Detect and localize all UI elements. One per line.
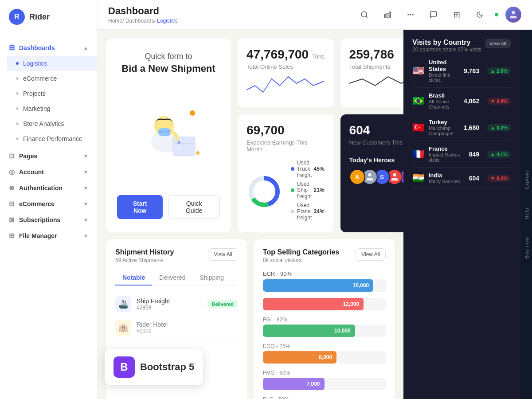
shipment-view-all-button[interactable]: View All	[208, 248, 238, 261]
cat-ecr-bar-bg: 15,000	[263, 279, 386, 292]
dark-mode-toggle[interactable]	[472, 7, 488, 23]
earnings-value: 69,700	[246, 123, 325, 137]
shipments-sparkline	[349, 70, 403, 97]
settings-icon[interactable]	[403, 7, 419, 23]
filemanager-label: File Manager	[19, 232, 57, 239]
shipment-status-badge: Delivered	[207, 300, 238, 308]
total-sales-value: 47,769,700	[246, 47, 309, 62]
nav-section-header-subscriptions[interactable]: ⊠ Subscriptions ▼	[0, 212, 97, 228]
logistics-label: Logistics	[23, 60, 47, 67]
breadcrumb-dashboards[interactable]: Dashboards/	[125, 18, 156, 24]
nav-section-header-filemanager[interactable]: ⊞ File Manager ▼	[0, 228, 97, 244]
sidebar-item-ecommerce[interactable]: eCommerce	[7, 71, 97, 86]
ship-dot	[291, 188, 294, 192]
sales-header: 47,769,700 Tons	[246, 47, 325, 62]
tab-notable[interactable]: Notable	[115, 270, 152, 286]
svg-point-0	[361, 12, 367, 17]
cat-item-plg: 7,000	[263, 378, 386, 390]
nav-dot	[16, 137, 19, 140]
categories-view-all-button[interactable]: View All	[356, 248, 386, 261]
quick-guide-button[interactable]: Quick Guide	[168, 195, 220, 219]
notifications-icon[interactable]	[426, 7, 442, 23]
filemanager-icon: ⊞	[9, 232, 15, 240]
hero-text: Quick form to Bid a New Shipment	[121, 52, 215, 74]
buy-now-label[interactable]: Buy now	[524, 228, 529, 267]
bootstrap-icon: B	[113, 356, 135, 378]
breadcrumb-home[interactable]: Home/	[108, 18, 124, 24]
user-avatar[interactable]	[505, 7, 521, 23]
svg-line-1	[366, 16, 367, 17]
cat-plg-bar-bg: 7,000	[263, 378, 386, 390]
brasil-change: ▼ 0.4%	[487, 98, 511, 105]
svg-point-8	[512, 11, 515, 14]
total-shipments-label: Total Shipments	[349, 63, 403, 70]
visits-panel: Explore Help Buy now Visits by Country 2…	[403, 30, 532, 399]
india-change: ▼ 8.3%	[487, 175, 511, 182]
chart-icon[interactable]	[379, 7, 395, 23]
categories-card: Top Selling Categories 8k social visitor…	[254, 239, 395, 399]
categories-card-header: Top Selling Categories 8k social visitor…	[263, 248, 386, 263]
ship-freight-legend: Used Ship freight 21%	[291, 181, 325, 200]
sidebar-item-store-analytics[interactable]: Store Analytics	[7, 116, 97, 131]
country-usa: 🇺🇸 United States Direct link clicks 9,76…	[412, 55, 511, 88]
truck-pct: 45%	[314, 166, 325, 172]
nav-section-header-authentication[interactable]: ⊛ Authentication ▼	[0, 180, 97, 196]
bootstrap-text: Bootstrap 5	[140, 361, 194, 373]
country-turkey: 🇹🇷 Turkey Mailchimp Campaigns 1,680 ▲ 0.…	[412, 114, 511, 141]
tab-shipping[interactable]: Shipping	[192, 270, 231, 286]
shipment-card-header: Shipment History 59 Active Shipments Vie…	[115, 248, 238, 263]
nav-section-header-dashboards[interactable]: ⊞ Dashboards ▲	[0, 39, 97, 56]
logo-area: R Rider	[0, 0, 97, 34]
auth-icon: ⊛	[9, 184, 15, 192]
shipment-name-2: Rider Hotel	[137, 321, 238, 328]
sidebar-item-marketing[interactable]: Marketing	[7, 101, 97, 116]
visits-subtitle: 20 countries share 97% visits	[412, 47, 481, 53]
plane-pct: 34%	[314, 208, 325, 215]
freight-legend: Used Truck freight 45% Used Ship freight…	[291, 160, 325, 223]
visits-view-all-button[interactable]: View All	[485, 39, 511, 48]
chevron-icon: ▼	[83, 233, 88, 239]
tab-delivered[interactable]: Delivered	[152, 270, 192, 286]
hero-card: Quick form to Bid a New Shipment	[106, 39, 231, 232]
shipment-item-info: Ship Freight #2808	[137, 297, 202, 311]
nav-section-header-ecommerce[interactable]: ⊟ eCommerce ▼	[0, 196, 97, 212]
cat-item-eoq: 10,000	[263, 325, 386, 337]
deco-dot-yellow	[190, 110, 195, 116]
search-button[interactable]	[356, 7, 372, 23]
cat-eoq-bar: 10,000	[263, 325, 355, 337]
sidebar-item-finance-performance[interactable]: Finance Performance	[7, 131, 97, 146]
shipment-item-icon: 🚢	[115, 296, 131, 312]
svg-point-20	[393, 173, 396, 176]
sidebar-item-logistics[interactable]: Logistics	[7, 56, 97, 71]
account-label: Account	[19, 168, 44, 176]
svg-rect-4	[389, 12, 391, 17]
sidebar-item-projects[interactable]: Projects	[7, 86, 97, 101]
france-value: 849	[469, 151, 479, 158]
grid-toggle-icon[interactable]: ⊞	[449, 7, 465, 23]
hero-title: Quick form to	[121, 52, 215, 61]
svg-rect-2	[384, 15, 386, 17]
turkey-change: ▲ 0.2%	[487, 124, 511, 131]
nav-dot	[16, 122, 19, 125]
category-bars: ECR - 90% 15,000 12,000 FGI - 82%	[263, 270, 386, 399]
visits-content: Visits by Country 20 countries share 97%…	[412, 39, 523, 189]
nav-section-header-account[interactable]: ◎ Account ▼	[0, 164, 97, 180]
logo-icon: R	[9, 9, 25, 25]
cat-fmg-bar: 8,000	[263, 351, 336, 364]
sales-sparkline	[246, 70, 325, 97]
explore-label[interactable]: Explore	[524, 161, 529, 198]
cat-fmg-bar-bg: 8,000	[263, 351, 386, 364]
brasil-info: Brasil All Social Channels	[429, 92, 459, 110]
india-flag: 🇮🇳	[412, 172, 424, 184]
cat-item-fmg: 8,000	[263, 351, 386, 364]
ecommerce-icon: ⊟	[9, 200, 15, 208]
heroes-section: Today's Heroes A S P	[349, 156, 403, 185]
usa-name: United States	[429, 59, 459, 72]
help-label[interactable]: Help	[524, 199, 529, 228]
ecommerce-section-label: eCommerce	[19, 200, 55, 207]
new-customers-value: 604	[349, 123, 403, 137]
start-now-button[interactable]: Start Now	[117, 195, 163, 219]
truck-label: Used Truck freight	[297, 160, 314, 178]
breadcrumb: Home/ Dashboards/ Logistics	[108, 18, 178, 24]
nav-section-header-pages[interactable]: ⊡ Pages ▼	[0, 148, 97, 164]
